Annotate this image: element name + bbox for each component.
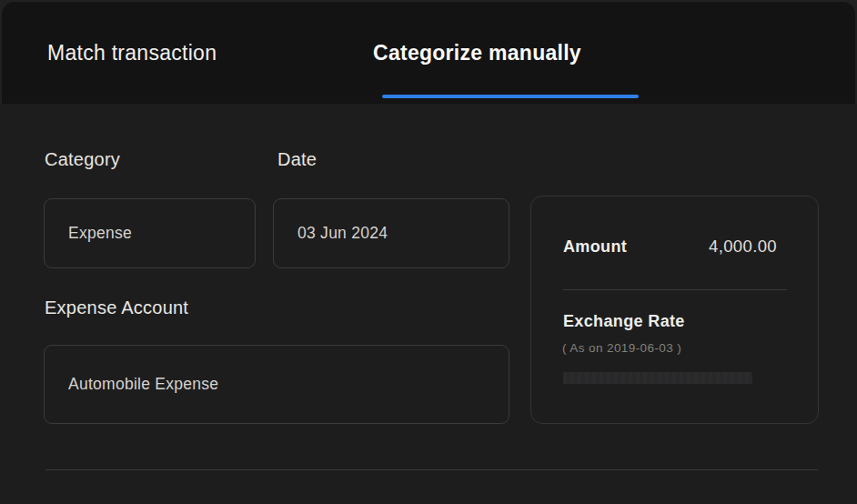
card-divider	[563, 289, 787, 290]
amount-row: Amount 4,000.00	[563, 237, 787, 257]
expense-account-select-value: Automobile Expense	[68, 375, 218, 394]
tab-match-transaction-label: Match transaction	[47, 41, 217, 66]
exchange-rate-as-on-note: ( As on 2019-06-03 )	[562, 341, 681, 355]
expense-account-select[interactable]: Automobile Expense	[44, 345, 509, 424]
category-select-value: Expense	[68, 224, 132, 243]
amount-label: Amount	[563, 237, 627, 257]
tab-categorize-manually-label: Categorize manually	[373, 41, 581, 66]
exchange-rate-loading-skeleton	[563, 372, 752, 384]
tab-bar: Match transaction Categorize manually	[2, 2, 855, 104]
amount-value: 4,000.00	[709, 237, 787, 257]
section-divider	[45, 469, 818, 470]
modal-body: Category Date Expense 03 Jun 2024 Expens…	[0, 104, 857, 504]
category-select[interactable]: Expense	[44, 198, 256, 268]
category-label: Category	[45, 149, 120, 170]
date-picker-field[interactable]: 03 Jun 2024	[273, 198, 509, 268]
date-label: Date	[277, 149, 317, 170]
tab-categorize-manually[interactable]: Categorize manually	[373, 2, 581, 104]
exchange-rate-label: Exchange Rate	[563, 312, 685, 331]
date-picker-value: 03 Jun 2024	[297, 224, 388, 243]
amount-summary-card: Amount 4,000.00 Exchange Rate ( As on 20…	[530, 196, 819, 424]
categorize-transaction-modal: Match transaction Categorize manually Ca…	[0, 0, 857, 504]
expense-account-label: Expense Account	[45, 297, 188, 318]
active-tab-indicator	[382, 95, 639, 98]
tab-match-transaction[interactable]: Match transaction	[47, 2, 217, 104]
